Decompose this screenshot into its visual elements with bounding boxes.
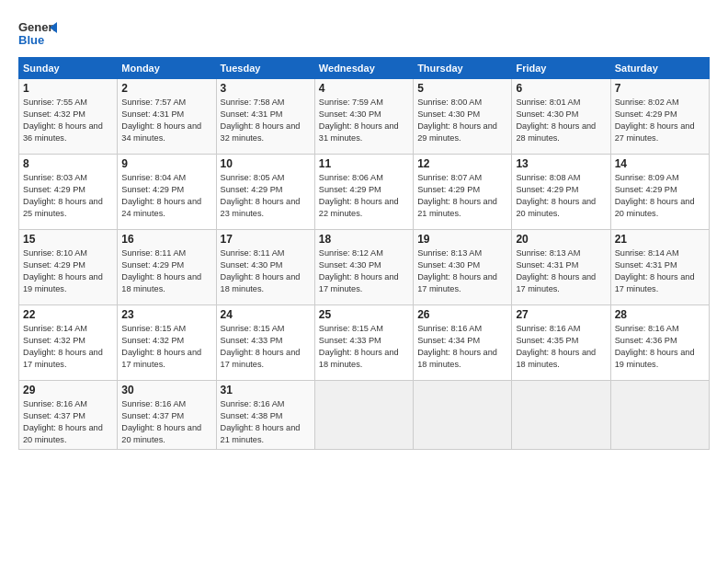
weekday-saturday: Saturday xyxy=(610,58,709,79)
day-number: 2 xyxy=(121,82,211,95)
day-number: 23 xyxy=(121,308,211,321)
day-info: Sunrise: 7:59 AMSunset: 4:30 PMDaylight:… xyxy=(319,97,409,144)
day-cell: 14 Sunrise: 8:09 AMSunset: 4:29 PMDaylig… xyxy=(610,155,709,230)
day-cell: 16 Sunrise: 8:11 AMSunset: 4:29 PMDaylig… xyxy=(118,230,216,305)
day-number: 6 xyxy=(516,82,606,95)
day-info: Sunrise: 8:06 AMSunset: 4:29 PMDaylight:… xyxy=(319,172,409,220)
day-cell: 5 Sunrise: 8:00 AMSunset: 4:30 PMDayligh… xyxy=(414,79,512,155)
day-cell: 26 Sunrise: 8:16 AMSunset: 4:34 PMDaylig… xyxy=(414,305,512,381)
day-number: 22 xyxy=(23,308,113,321)
day-cell: 3 Sunrise: 7:58 AMSunset: 4:31 PMDayligh… xyxy=(216,79,314,155)
day-number: 30 xyxy=(121,384,211,396)
day-number: 18 xyxy=(319,233,409,246)
day-info: Sunrise: 8:00 AMSunset: 4:30 PMDaylight:… xyxy=(417,97,507,144)
day-cell: 30 Sunrise: 8:16 AMSunset: 4:37 PMDaylig… xyxy=(118,381,216,450)
day-number: 8 xyxy=(23,157,113,170)
day-cell: 9 Sunrise: 8:04 AMSunset: 4:29 PMDayligh… xyxy=(118,155,216,230)
day-cell xyxy=(610,381,709,450)
week-row-1: 1 Sunrise: 7:55 AMSunset: 4:32 PMDayligh… xyxy=(19,79,710,155)
week-row-4: 22 Sunrise: 8:14 AMSunset: 4:32 PMDaylig… xyxy=(19,305,710,381)
header: General Blue xyxy=(18,17,710,50)
day-info: Sunrise: 8:16 AMSunset: 4:35 PMDaylight:… xyxy=(516,323,606,371)
day-cell: 17 Sunrise: 8:11 AMSunset: 4:30 PMDaylig… xyxy=(216,230,314,305)
day-number: 21 xyxy=(615,233,705,246)
day-info: Sunrise: 8:13 AMSunset: 4:30 PMDaylight:… xyxy=(417,247,507,295)
day-info: Sunrise: 8:07 AMSunset: 4:29 PMDaylight:… xyxy=(417,172,507,220)
day-cell: 25 Sunrise: 8:15 AMSunset: 4:33 PMDaylig… xyxy=(314,305,413,381)
weekday-friday: Friday xyxy=(512,58,610,79)
day-info: Sunrise: 8:09 AMSunset: 4:29 PMDaylight:… xyxy=(615,172,705,220)
day-number: 19 xyxy=(417,233,507,246)
day-info: Sunrise: 8:11 AMSunset: 4:29 PMDaylight:… xyxy=(121,247,211,295)
day-info: Sunrise: 8:12 AMSunset: 4:30 PMDaylight:… xyxy=(319,247,409,295)
logo-icon: General Blue xyxy=(18,17,57,50)
day-info: Sunrise: 8:03 AMSunset: 4:29 PMDaylight:… xyxy=(23,172,113,220)
day-info: Sunrise: 8:14 AMSunset: 4:31 PMDaylight:… xyxy=(615,247,705,295)
day-info: Sunrise: 8:11 AMSunset: 4:30 PMDaylight:… xyxy=(221,247,311,295)
day-number: 12 xyxy=(417,157,507,170)
day-cell: 21 Sunrise: 8:14 AMSunset: 4:31 PMDaylig… xyxy=(610,230,709,305)
day-info: Sunrise: 8:14 AMSunset: 4:32 PMDaylight:… xyxy=(23,323,113,371)
day-cell: 29 Sunrise: 8:16 AMSunset: 4:37 PMDaylig… xyxy=(19,381,118,450)
day-info: Sunrise: 8:02 AMSunset: 4:29 PMDaylight:… xyxy=(615,97,705,144)
day-number: 3 xyxy=(221,82,311,95)
weekday-monday: Monday xyxy=(118,58,216,79)
day-number: 31 xyxy=(221,384,311,396)
day-number: 14 xyxy=(615,157,705,170)
day-cell: 24 Sunrise: 8:15 AMSunset: 4:33 PMDaylig… xyxy=(216,305,314,381)
day-cell xyxy=(512,381,610,450)
day-cell: 15 Sunrise: 8:10 AMSunset: 4:29 PMDaylig… xyxy=(19,230,118,305)
day-cell: 19 Sunrise: 8:13 AMSunset: 4:30 PMDaylig… xyxy=(414,230,512,305)
day-cell xyxy=(414,381,512,450)
day-number: 26 xyxy=(417,308,507,321)
day-cell: 4 Sunrise: 7:59 AMSunset: 4:30 PMDayligh… xyxy=(314,79,413,155)
day-info: Sunrise: 8:16 AMSunset: 4:37 PMDaylight:… xyxy=(23,398,113,446)
day-cell: 27 Sunrise: 8:16 AMSunset: 4:35 PMDaylig… xyxy=(512,305,610,381)
day-cell: 6 Sunrise: 8:01 AMSunset: 4:30 PMDayligh… xyxy=(512,79,610,155)
weekday-wednesday: Wednesday xyxy=(314,58,413,79)
day-info: Sunrise: 7:58 AMSunset: 4:31 PMDaylight:… xyxy=(221,97,311,144)
day-number: 11 xyxy=(319,157,409,170)
day-cell: 18 Sunrise: 8:12 AMSunset: 4:30 PMDaylig… xyxy=(314,230,413,305)
day-info: Sunrise: 8:15 AMSunset: 4:33 PMDaylight:… xyxy=(319,323,409,371)
week-row-5: 29 Sunrise: 8:16 AMSunset: 4:37 PMDaylig… xyxy=(19,381,710,450)
day-cell: 12 Sunrise: 8:07 AMSunset: 4:29 PMDaylig… xyxy=(414,155,512,230)
day-cell: 8 Sunrise: 8:03 AMSunset: 4:29 PMDayligh… xyxy=(19,155,118,230)
day-cell: 28 Sunrise: 8:16 AMSunset: 4:36 PMDaylig… xyxy=(610,305,709,381)
day-info: Sunrise: 8:13 AMSunset: 4:31 PMDaylight:… xyxy=(516,247,606,295)
day-cell: 20 Sunrise: 8:13 AMSunset: 4:31 PMDaylig… xyxy=(512,230,610,305)
day-cell xyxy=(314,381,413,450)
day-number: 5 xyxy=(417,82,507,95)
logo: General Blue xyxy=(18,17,57,50)
day-cell: 13 Sunrise: 8:08 AMSunset: 4:29 PMDaylig… xyxy=(512,155,610,230)
day-number: 7 xyxy=(615,82,705,95)
day-info: Sunrise: 7:57 AMSunset: 4:31 PMDaylight:… xyxy=(121,97,211,144)
day-number: 10 xyxy=(221,157,311,170)
calendar-table: SundayMondayTuesdayWednesdayThursdayFrid… xyxy=(18,57,710,450)
day-number: 4 xyxy=(319,82,409,95)
day-number: 27 xyxy=(516,308,606,321)
day-info: Sunrise: 7:55 AMSunset: 4:32 PMDaylight:… xyxy=(23,97,113,144)
day-info: Sunrise: 8:05 AMSunset: 4:29 PMDaylight:… xyxy=(221,172,311,220)
week-row-2: 8 Sunrise: 8:03 AMSunset: 4:29 PMDayligh… xyxy=(19,155,710,230)
weekday-header-row: SundayMondayTuesdayWednesdayThursdayFrid… xyxy=(19,58,710,79)
day-cell: 1 Sunrise: 7:55 AMSunset: 4:32 PMDayligh… xyxy=(19,79,118,155)
day-cell: 31 Sunrise: 8:16 AMSunset: 4:38 PMDaylig… xyxy=(216,381,314,450)
day-info: Sunrise: 8:15 AMSunset: 4:32 PMDaylight:… xyxy=(121,323,211,371)
day-number: 29 xyxy=(23,384,113,396)
day-cell: 10 Sunrise: 8:05 AMSunset: 4:29 PMDaylig… xyxy=(216,155,314,230)
day-number: 13 xyxy=(516,157,606,170)
day-cell: 11 Sunrise: 8:06 AMSunset: 4:29 PMDaylig… xyxy=(314,155,413,230)
day-number: 9 xyxy=(121,157,211,170)
day-number: 17 xyxy=(221,233,311,246)
day-info: Sunrise: 8:16 AMSunset: 4:34 PMDaylight:… xyxy=(417,323,507,371)
day-info: Sunrise: 8:01 AMSunset: 4:30 PMDaylight:… xyxy=(516,97,606,144)
day-cell: 23 Sunrise: 8:15 AMSunset: 4:32 PMDaylig… xyxy=(118,305,216,381)
day-number: 1 xyxy=(23,82,113,95)
day-cell: 22 Sunrise: 8:14 AMSunset: 4:32 PMDaylig… xyxy=(19,305,118,381)
day-number: 28 xyxy=(615,308,705,321)
day-info: Sunrise: 8:15 AMSunset: 4:33 PMDaylight:… xyxy=(221,323,311,371)
svg-text:Blue: Blue xyxy=(18,33,44,47)
day-cell: 7 Sunrise: 8:02 AMSunset: 4:29 PMDayligh… xyxy=(610,79,709,155)
day-number: 20 xyxy=(516,233,606,246)
